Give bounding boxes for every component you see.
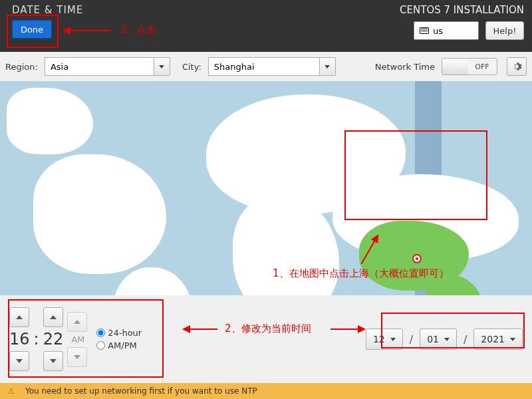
minute-down-button[interactable] (43, 351, 63, 371)
city-label: City: (182, 62, 201, 72)
location-pin-icon (412, 254, 422, 263)
annotation-step3: 3、点击 (120, 24, 156, 37)
city-dropdown-button[interactable] (320, 57, 336, 76)
format-ampm-option[interactable]: AM/PM (96, 340, 142, 350)
date-editor: 12 / 01 / 2021 (366, 329, 523, 350)
annotation-arrow (183, 329, 217, 330)
region-combo[interactable] (45, 57, 170, 76)
done-button[interactable]: Done (12, 20, 52, 39)
ampm-down-button[interactable] (67, 347, 87, 367)
timezone-map[interactable] (0, 81, 532, 295)
annotation-step2: 2、修改为当前时间 (225, 323, 311, 335)
city-input[interactable] (208, 57, 320, 76)
hour-up-button[interactable] (9, 307, 29, 327)
format-24h-option[interactable]: 24-hour (96, 328, 142, 338)
page-title: DATE & TIME (12, 4, 83, 16)
month-dropdown[interactable]: 12 (366, 329, 403, 350)
hour-down-button[interactable] (9, 351, 29, 371)
city-combo[interactable] (208, 57, 336, 76)
am-label: AM (71, 334, 84, 344)
hour-display: 16 (9, 330, 30, 348)
help-button[interactable]: Help! (485, 21, 524, 40)
chevron-down-icon (444, 338, 450, 341)
chevron-up-icon (50, 315, 57, 319)
time-separator: : (34, 330, 39, 348)
keyboard-layout-label: us (433, 26, 443, 36)
keyboard-icon (420, 27, 429, 34)
installer-title: CENTOS 7 INSTALLATION (400, 4, 524, 16)
date-separator: / (464, 333, 467, 346)
chevron-down-icon (390, 338, 396, 341)
warning-text: You need to set up networking first if y… (25, 386, 257, 396)
ampm-up-button[interactable] (67, 312, 87, 332)
annotation-arrow (331, 329, 365, 330)
network-time-label: Network Time (375, 62, 435, 72)
chevron-down-icon (74, 355, 80, 359)
keyboard-layout-indicator[interactable]: us (414, 21, 479, 40)
chevron-down-icon (510, 338, 515, 341)
format-24h-radio[interactable] (96, 329, 105, 337)
chevron-down-icon (325, 65, 330, 68)
chevron-down-icon (159, 65, 164, 68)
day-dropdown[interactable]: 01 (420, 329, 457, 350)
format-ampm-radio[interactable] (96, 341, 105, 350)
chevron-down-icon (16, 359, 23, 363)
region-dropdown-button[interactable] (154, 57, 170, 76)
minute-display: 22 (43, 330, 64, 348)
warning-icon: ⚠ (7, 386, 16, 396)
network-time-toggle[interactable]: OFF (442, 58, 497, 75)
chevron-down-icon (50, 359, 57, 363)
minute-up-button[interactable] (43, 307, 63, 327)
warning-bar: ⚠ You need to set up networking first if… (0, 383, 532, 399)
gear-icon (511, 61, 522, 72)
network-time-settings-button[interactable] (507, 57, 527, 76)
year-dropdown[interactable]: 2021 (473, 329, 523, 350)
annotation-arrow (63, 30, 111, 31)
chevron-up-icon (74, 320, 80, 324)
date-separator: / (410, 333, 413, 346)
annotation-step1: 1、在地图中点击上海（大概位置即可） (273, 267, 449, 280)
toggle-state-label: OFF (467, 63, 497, 71)
chevron-up-icon (16, 315, 23, 319)
region-input[interactable] (45, 57, 154, 76)
toggle-knob (442, 59, 467, 74)
region-label: Region: (5, 62, 38, 72)
time-editor: 16 : 22 AM 24-hour AM/PM (9, 307, 142, 371)
